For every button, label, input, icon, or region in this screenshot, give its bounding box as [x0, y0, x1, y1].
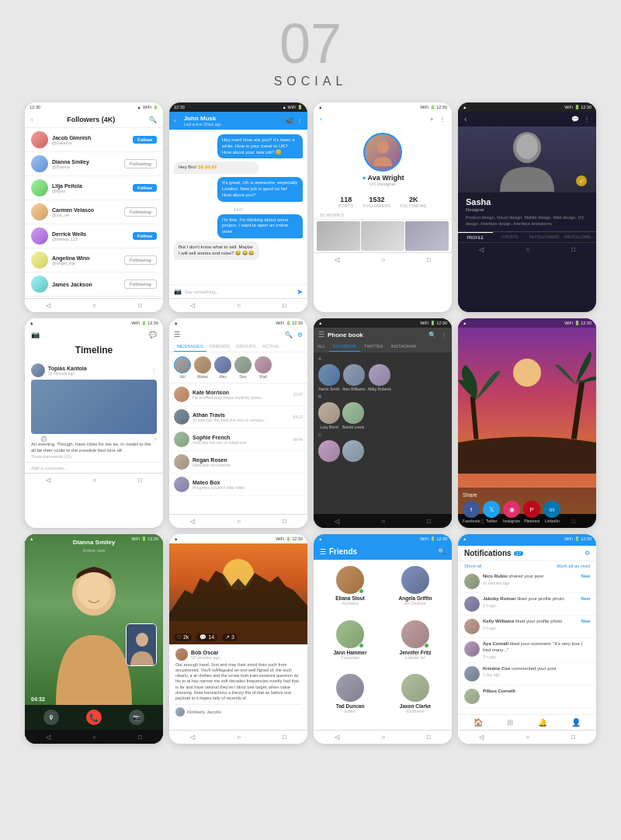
facebook-share-button[interactable]: f: [463, 501, 480, 518]
home-nav-icon[interactable]: ○: [92, 734, 96, 741]
comment-icon[interactable]: 💬: [41, 436, 47, 442]
home-nav-icon[interactable]: ○: [92, 477, 96, 484]
back-icon[interactable]: ‹: [320, 116, 322, 123]
story-item[interactable]: Vlad: [255, 356, 272, 379]
share-item[interactable]: 𝕏 Twitter: [483, 501, 500, 523]
bell-tab-icon[interactable]: 🔔: [538, 718, 547, 727]
notification-item[interactable]: Jakoby Roman liked your profile photo 1 …: [458, 593, 596, 616]
following-button[interactable]: Following: [124, 255, 157, 265]
home-nav-icon[interactable]: ○: [92, 302, 96, 309]
following-button[interactable]: Following: [124, 207, 157, 217]
send-icon[interactable]: ➤: [297, 287, 303, 296]
following-button[interactable]: Following: [124, 159, 157, 168]
more-icon[interactable]: ⋮: [441, 331, 447, 338]
story-item[interactable]: Alex: [214, 356, 231, 379]
share-item[interactable]: ◉ Instagram: [503, 501, 520, 523]
linkedin-share-button[interactable]: in: [543, 501, 560, 518]
menu-icon[interactable]: ☰: [318, 331, 324, 338]
end-call-button[interactable]: 📞: [86, 710, 102, 725]
show-all-button[interactable]: Show all: [464, 564, 482, 568]
recent-nav-icon[interactable]: □: [571, 734, 575, 741]
contact-item[interactable]: Abby Roberts: [368, 364, 391, 391]
search-icon[interactable]: 🔍: [428, 331, 436, 338]
menu-icon[interactable]: ☰: [174, 331, 180, 338]
share-item[interactable]: f Facebook: [463, 501, 480, 523]
list-item[interactable]: Regan Rosen Abandon economist: [169, 451, 307, 474]
instagram-share-button[interactable]: ◉: [503, 501, 520, 518]
home-nav-icon[interactable]: ○: [237, 302, 241, 309]
back-nav-icon[interactable]: ◁: [46, 477, 50, 484]
contact-item[interactable]: [318, 440, 340, 462]
camera-icon[interactable]: 📷: [31, 331, 40, 338]
message-input[interactable]: Say something...: [185, 290, 297, 294]
tab-profile[interactable]: PROFILE: [458, 232, 493, 242]
recent-nav-icon[interactable]: □: [138, 477, 142, 484]
back-icon[interactable]: ‹: [174, 117, 176, 124]
tab-instagram[interactable]: INSTAGRAM: [387, 342, 420, 352]
tab-facebook[interactable]: FACEBOOK: [329, 342, 360, 352]
story-item[interactable]: Mateo: [194, 356, 211, 379]
follow-button[interactable]: Follow: [133, 184, 157, 192]
share-item[interactable]: P Pinterest: [523, 501, 540, 523]
camera-icon[interactable]: 📷: [174, 288, 182, 295]
twitter-share-button[interactable]: 𝕏: [483, 501, 500, 518]
search-icon[interactable]: 🔍: [149, 116, 157, 123]
notification-item[interactable]: Aya Cornell liked your comment: "It's ve…: [458, 638, 596, 663]
tab-following[interactable]: 348 FOLLOWE...: [562, 232, 597, 242]
pinterest-share-button[interactable]: P: [523, 501, 540, 518]
friend-card[interactable]: Tad Duncan Editor: [320, 674, 380, 724]
back-nav-icon[interactable]: ◁: [190, 302, 195, 309]
recent-nav-icon[interactable]: □: [138, 302, 142, 309]
friend-card[interactable]: Angela Griffin Art Director: [385, 566, 446, 616]
following-button[interactable]: Following: [124, 279, 157, 289]
recent-nav-icon[interactable]: □: [427, 518, 431, 525]
home-nav-icon[interactable]: ○: [381, 256, 385, 263]
list-item[interactable]: Kate Morrison He scoffed and relays roya…: [169, 384, 307, 406]
back-nav-icon[interactable]: ◁: [479, 734, 484, 741]
more-icon[interactable]: ⋮: [151, 367, 157, 374]
filter-icon[interactable]: ⚙: [585, 550, 590, 557]
home-nav-icon[interactable]: ○: [237, 734, 241, 741]
story-item[interactable]: Adi: [174, 356, 191, 379]
tab-messages[interactable]: MESSAGES: [174, 342, 206, 352]
menu-icon[interactable]: ☰: [320, 548, 326, 556]
tab-friends[interactable]: FRIENDS: [206, 342, 233, 352]
tab-posts[interactable]: # POSTS: [493, 232, 528, 242]
friend-card[interactable]: Jaxon Clarke Illustrator: [385, 674, 446, 724]
story-item[interactable]: Deo: [234, 356, 252, 379]
recent-nav-icon[interactable]: □: [571, 246, 575, 253]
tab-all[interactable]: ALL: [314, 342, 329, 352]
friend-card[interactable]: Jennifer Fritz Lobster for: [385, 620, 446, 670]
video-call-icon[interactable]: 📹: [286, 117, 293, 124]
more-icon[interactable]: ⋮: [584, 116, 590, 123]
follow-button[interactable]: Follow: [133, 136, 157, 144]
more-icon[interactable]: ⋮: [439, 116, 446, 123]
recent-nav-icon[interactable]: □: [283, 518, 286, 525]
share-icon[interactable]: ↗: [153, 436, 157, 442]
back-nav-icon[interactable]: ◁: [190, 518, 195, 525]
home-nav-icon[interactable]: ○: [237, 518, 241, 525]
list-item[interactable]: Sophie French And has me my uo blind sof…: [169, 429, 307, 451]
notification-item[interactable]: Pilbus Cornelli: [458, 686, 596, 708]
contact-item[interactable]: Bambi Lewis: [342, 402, 364, 429]
tab-active[interactable]: ACTIVE: [259, 342, 283, 352]
more-icon[interactable]: ⋮: [297, 117, 303, 124]
follow-button[interactable]: Follow: [133, 232, 157, 240]
back-nav-icon[interactable]: ◁: [335, 734, 339, 741]
contact-item[interactable]: Aaron Smith: [318, 364, 340, 391]
contact-item[interactable]: Alex Williams: [342, 364, 366, 391]
back-nav-icon[interactable]: ◁: [190, 734, 195, 741]
post-comments[interactable]: Show comments (43): [31, 454, 157, 459]
back-icon[interactable]: ‹: [464, 115, 467, 123]
tab-followers[interactable]: 56 FOLLOWERS: [527, 232, 562, 242]
contact-item[interactable]: Lucy Bond: [318, 402, 340, 429]
notification-item[interactable]: Kristine Cox commented your post 1 day a…: [458, 663, 596, 686]
list-item[interactable]: Athan Travis At was fair the best the an…: [169, 406, 307, 429]
home-tab-icon[interactable]: 🏠: [474, 718, 483, 727]
friend-card[interactable]: Eliana Stout Architect: [320, 566, 380, 616]
recent-nav-icon[interactable]: □: [283, 302, 286, 309]
chat-icon[interactable]: 💬: [571, 116, 579, 123]
recent-nav-icon[interactable]: □: [283, 734, 286, 741]
person-tab-icon[interactable]: 👤: [571, 718, 581, 727]
back-nav-icon[interactable]: ◁: [46, 302, 50, 309]
